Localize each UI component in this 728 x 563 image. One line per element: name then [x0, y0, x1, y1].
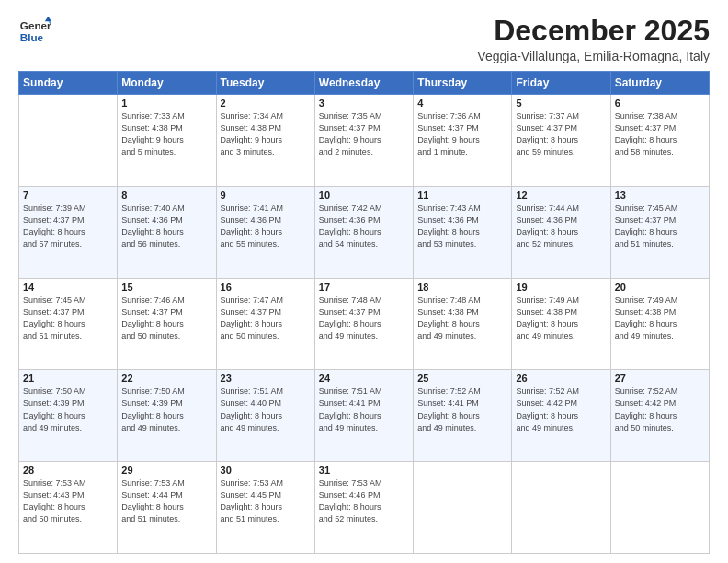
- col-tuesday: Tuesday: [216, 72, 314, 95]
- table-row: 5Sunrise: 7:37 AM Sunset: 4:37 PM Daylig…: [512, 95, 610, 187]
- table-row: 4Sunrise: 7:36 AM Sunset: 4:37 PM Daylig…: [414, 95, 512, 187]
- table-row: 7Sunrise: 7:39 AM Sunset: 4:37 PM Daylig…: [19, 186, 118, 278]
- day-number: 11: [417, 190, 507, 201]
- day-number: 18: [417, 282, 507, 293]
- day-info: Sunrise: 7:42 AM Sunset: 4:36 PM Dayligh…: [319, 202, 409, 250]
- day-number: 1: [121, 98, 211, 109]
- day-info: Sunrise: 7:34 AM Sunset: 4:38 PM Dayligh…: [221, 110, 311, 158]
- table-row: 14Sunrise: 7:45 AM Sunset: 4:37 PM Dayli…: [19, 278, 118, 370]
- day-info: Sunrise: 7:46 AM Sunset: 4:37 PM Dayligh…: [121, 294, 211, 342]
- day-number: 16: [221, 282, 311, 293]
- table-row: 29Sunrise: 7:53 AM Sunset: 4:44 PM Dayli…: [118, 462, 216, 554]
- table-row: 27Sunrise: 7:52 AM Sunset: 4:42 PM Dayli…: [610, 370, 709, 462]
- day-info: Sunrise: 7:52 AM Sunset: 4:42 PM Dayligh…: [615, 385, 705, 433]
- col-saturday: Saturday: [610, 72, 709, 95]
- month-year: December 2025: [477, 15, 710, 47]
- day-info: Sunrise: 7:40 AM Sunset: 4:36 PM Dayligh…: [121, 202, 211, 250]
- table-row: 31Sunrise: 7:53 AM Sunset: 4:46 PM Dayli…: [314, 462, 413, 554]
- day-number: 9: [221, 190, 311, 201]
- day-number: 26: [516, 373, 606, 384]
- day-number: 13: [615, 190, 705, 201]
- col-friday: Friday: [512, 72, 610, 95]
- col-sunday: Sunday: [19, 72, 118, 95]
- day-info: Sunrise: 7:52 AM Sunset: 4:41 PM Dayligh…: [417, 385, 507, 433]
- col-wednesday: Wednesday: [314, 72, 413, 95]
- day-info: Sunrise: 7:53 AM Sunset: 4:46 PM Dayligh…: [319, 477, 409, 525]
- day-number: 15: [121, 282, 211, 293]
- day-info: Sunrise: 7:49 AM Sunset: 4:38 PM Dayligh…: [516, 294, 606, 342]
- calendar-week-row: 28Sunrise: 7:53 AM Sunset: 4:43 PM Dayli…: [19, 462, 710, 554]
- table-row: [19, 95, 118, 187]
- col-monday: Monday: [118, 72, 216, 95]
- day-info: Sunrise: 7:35 AM Sunset: 4:37 PM Dayligh…: [319, 110, 409, 158]
- day-number: 8: [121, 190, 211, 201]
- day-number: 7: [23, 190, 113, 201]
- day-number: 24: [319, 373, 409, 384]
- table-row: 16Sunrise: 7:47 AM Sunset: 4:37 PM Dayli…: [216, 278, 314, 370]
- table-row: 26Sunrise: 7:52 AM Sunset: 4:42 PM Dayli…: [512, 370, 610, 462]
- day-number: 12: [516, 190, 606, 201]
- day-number: 3: [319, 98, 409, 109]
- logo: General Blue: [18, 15, 51, 48]
- table-row: 10Sunrise: 7:42 AM Sunset: 4:36 PM Dayli…: [314, 186, 413, 278]
- table-row: 13Sunrise: 7:45 AM Sunset: 4:37 PM Dayli…: [610, 186, 709, 278]
- day-info: Sunrise: 7:50 AM Sunset: 4:39 PM Dayligh…: [23, 385, 113, 433]
- day-info: Sunrise: 7:37 AM Sunset: 4:37 PM Dayligh…: [516, 110, 606, 158]
- day-number: 17: [319, 282, 409, 293]
- table-row: 20Sunrise: 7:49 AM Sunset: 4:38 PM Dayli…: [610, 278, 709, 370]
- day-info: Sunrise: 7:53 AM Sunset: 4:44 PM Dayligh…: [121, 477, 211, 525]
- day-number: 27: [615, 373, 705, 384]
- day-info: Sunrise: 7:51 AM Sunset: 4:41 PM Dayligh…: [319, 385, 409, 433]
- table-row: 12Sunrise: 7:44 AM Sunset: 4:36 PM Dayli…: [512, 186, 610, 278]
- table-row: 28Sunrise: 7:53 AM Sunset: 4:43 PM Dayli…: [19, 462, 118, 554]
- table-row: 1Sunrise: 7:33 AM Sunset: 4:38 PM Daylig…: [118, 95, 216, 187]
- day-info: Sunrise: 7:44 AM Sunset: 4:36 PM Dayligh…: [516, 202, 606, 250]
- calendar-body: 1Sunrise: 7:33 AM Sunset: 4:38 PM Daylig…: [19, 95, 710, 554]
- table-row: 22Sunrise: 7:50 AM Sunset: 4:39 PM Dayli…: [118, 370, 216, 462]
- day-info: Sunrise: 7:36 AM Sunset: 4:37 PM Dayligh…: [417, 110, 507, 158]
- day-number: 31: [319, 465, 409, 476]
- table-row: 30Sunrise: 7:53 AM Sunset: 4:45 PM Dayli…: [216, 462, 314, 554]
- location: Veggia-Villalunga, Emilia-Romagna, Italy: [477, 49, 710, 63]
- day-info: Sunrise: 7:39 AM Sunset: 4:37 PM Dayligh…: [23, 202, 113, 250]
- day-info: Sunrise: 7:53 AM Sunset: 4:43 PM Dayligh…: [23, 477, 113, 525]
- table-row: 9Sunrise: 7:41 AM Sunset: 4:36 PM Daylig…: [216, 186, 314, 278]
- table-row: [610, 462, 709, 554]
- day-info: Sunrise: 7:47 AM Sunset: 4:37 PM Dayligh…: [221, 294, 311, 342]
- day-info: Sunrise: 7:43 AM Sunset: 4:36 PM Dayligh…: [417, 202, 507, 250]
- calendar-week-row: 14Sunrise: 7:45 AM Sunset: 4:37 PM Dayli…: [19, 278, 710, 370]
- table-row: 17Sunrise: 7:48 AM Sunset: 4:37 PM Dayli…: [314, 278, 413, 370]
- day-number: 23: [221, 373, 311, 384]
- day-number: 22: [121, 373, 211, 384]
- day-info: Sunrise: 7:33 AM Sunset: 4:38 PM Dayligh…: [121, 110, 211, 158]
- day-info: Sunrise: 7:38 AM Sunset: 4:37 PM Dayligh…: [615, 110, 705, 158]
- day-info: Sunrise: 7:48 AM Sunset: 4:37 PM Dayligh…: [319, 294, 409, 342]
- table-row: 24Sunrise: 7:51 AM Sunset: 4:41 PM Dayli…: [314, 370, 413, 462]
- day-number: 21: [23, 373, 113, 384]
- day-number: 30: [221, 465, 311, 476]
- table-row: 8Sunrise: 7:40 AM Sunset: 4:36 PM Daylig…: [118, 186, 216, 278]
- table-row: 2Sunrise: 7:34 AM Sunset: 4:38 PM Daylig…: [216, 95, 314, 187]
- table-row: 25Sunrise: 7:52 AM Sunset: 4:41 PM Dayli…: [414, 370, 512, 462]
- table-row: 19Sunrise: 7:49 AM Sunset: 4:38 PM Dayli…: [512, 278, 610, 370]
- day-info: Sunrise: 7:50 AM Sunset: 4:39 PM Dayligh…: [121, 385, 211, 433]
- day-info: Sunrise: 7:53 AM Sunset: 4:45 PM Dayligh…: [221, 477, 311, 525]
- page: General Blue December 2025 Veggia-Villal…: [0, 0, 728, 563]
- day-number: 28: [23, 465, 113, 476]
- header: General Blue December 2025 Veggia-Villal…: [18, 15, 710, 63]
- table-row: 21Sunrise: 7:50 AM Sunset: 4:39 PM Dayli…: [19, 370, 118, 462]
- day-number: 19: [516, 282, 606, 293]
- day-info: Sunrise: 7:52 AM Sunset: 4:42 PM Dayligh…: [516, 385, 606, 433]
- table-row: [512, 462, 610, 554]
- day-info: Sunrise: 7:49 AM Sunset: 4:38 PM Dayligh…: [615, 294, 705, 342]
- day-number: 2: [221, 98, 311, 109]
- table-row: 23Sunrise: 7:51 AM Sunset: 4:40 PM Dayli…: [216, 370, 314, 462]
- day-number: 14: [23, 282, 113, 293]
- day-number: 4: [417, 98, 507, 109]
- col-thursday: Thursday: [414, 72, 512, 95]
- table-row: [414, 462, 512, 554]
- title-block: December 2025 Veggia-Villalunga, Emilia-…: [477, 15, 710, 63]
- svg-text:Blue: Blue: [20, 31, 44, 43]
- day-info: Sunrise: 7:45 AM Sunset: 4:37 PM Dayligh…: [23, 294, 113, 342]
- logo-icon: General Blue: [18, 15, 51, 48]
